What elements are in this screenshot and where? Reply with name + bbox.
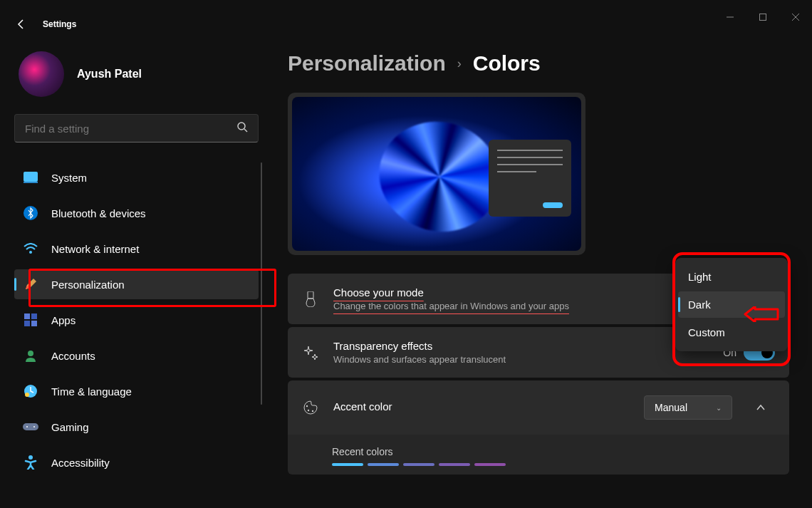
sidebar-item-label: Apps [51, 314, 76, 326]
sidebar-item-label: Time & language [51, 385, 132, 398]
bluetooth-icon [23, 205, 38, 221]
user-profile[interactable]: Ayush Patel [14, 51, 264, 97]
search-input[interactable] [25, 123, 236, 135]
sidebar-item-accounts[interactable]: Accounts [14, 341, 259, 370]
accent-mode-dropdown[interactable]: Manual ⌄ [644, 395, 732, 420]
color-swatch[interactable] [403, 463, 434, 466]
recent-colors-label: Recent colors [288, 435, 789, 463]
sidebar-item-time[interactable]: Time & language [14, 376, 259, 406]
svg-rect-0 [760, 14, 766, 21]
card-subtitle: Windows and surfaces appear translucent [333, 354, 723, 365]
sidebar-item-label: Accessibility [51, 457, 110, 469]
gamepad-icon [23, 419, 38, 435]
sidebar-item-label: Accounts [51, 350, 95, 362]
dropdown-value: Manual [655, 402, 687, 413]
menu-item-dark[interactable]: Dark [678, 291, 785, 318]
svg-rect-13 [23, 423, 38, 430]
svg-rect-2 [24, 172, 38, 182]
sidebar-item-label: System [51, 172, 87, 184]
sidebar-item-label: Personalization [51, 279, 125, 291]
back-button[interactable] [14, 17, 28, 31]
sidebar-item-accessibility[interactable]: Accessibility [14, 447, 259, 477]
svg-point-12 [25, 393, 29, 397]
user-name: Ayush Patel [77, 68, 142, 81]
svg-rect-17 [308, 291, 313, 299]
accessibility-icon [23, 455, 38, 470]
svg-rect-8 [24, 321, 30, 326]
sidebar-item-label: Bluetooth & devices [51, 207, 146, 219]
svg-point-10 [28, 351, 33, 356]
maximize-button[interactable] [746, 6, 779, 28]
search-icon [236, 121, 248, 135]
sidebar-item-bluetooth[interactable]: Bluetooth & devices [14, 198, 259, 228]
system-icon [23, 170, 38, 185]
accent-color-card[interactable]: Accent color Manual ⌄ [288, 380, 789, 435]
card-title: Accent color [333, 400, 644, 413]
paintbrush-icon [23, 276, 38, 292]
color-swatch[interactable] [368, 463, 399, 466]
sidebar-item-gaming[interactable]: Gaming [14, 412, 259, 442]
wifi-icon [23, 241, 38, 256]
breadcrumb-parent[interactable]: Personalization [288, 51, 446, 76]
mode-dropdown-menu: Light Dark Custom [675, 258, 788, 351]
svg-point-16 [28, 455, 33, 460]
apps-icon [23, 312, 38, 328]
person-icon [23, 348, 38, 363]
desktop-preview [288, 93, 585, 255]
color-swatch[interactable] [439, 463, 470, 466]
collapse-button[interactable] [746, 393, 775, 422]
svg-point-15 [33, 426, 35, 427]
svg-point-14 [26, 426, 28, 427]
breadcrumb: Personalization › Colors [288, 51, 789, 76]
color-swatch[interactable] [474, 463, 506, 466]
svg-point-18 [306, 405, 308, 407]
svg-point-5 [29, 251, 32, 254]
sidebar-item-apps[interactable]: Apps [14, 305, 259, 335]
svg-point-20 [312, 410, 313, 412]
palette-icon [302, 399, 319, 416]
color-swatch[interactable] [332, 463, 363, 466]
sidebar-item-system[interactable]: System [14, 162, 259, 192]
sidebar-scrollbar[interactable] [261, 162, 262, 405]
app-title: Settings [43, 19, 76, 29]
svg-point-19 [308, 410, 309, 411]
svg-point-1 [238, 123, 245, 130]
menu-item-custom[interactable]: Custom [678, 319, 785, 346]
card-title: Transparency effects [333, 340, 723, 352]
sidebar-item-label: Network & internet [51, 243, 139, 255]
sparkle-icon [302, 344, 319, 361]
sidebar-item-network[interactable]: Network & internet [14, 234, 259, 264]
page-title: Colors [473, 51, 541, 76]
minimize-button[interactable] [714, 6, 746, 28]
sidebar-item-label: Gaming [51, 421, 89, 433]
avatar [19, 51, 64, 97]
chevron-down-icon: ⌄ [716, 404, 722, 412]
clock-icon [23, 383, 38, 399]
svg-rect-6 [24, 313, 30, 319]
sidebar-item-personalization[interactable]: Personalization [14, 269, 259, 299]
svg-rect-3 [24, 182, 38, 183]
menu-item-light[interactable]: Light [678, 264, 785, 290]
recent-colors-row [288, 463, 789, 466]
close-button[interactable] [779, 6, 812, 28]
chevron-right-icon: › [457, 56, 462, 71]
brush-icon [302, 291, 319, 308]
preview-window [489, 140, 571, 217]
svg-rect-9 [31, 321, 37, 326]
svg-rect-7 [31, 313, 37, 319]
search-box[interactable] [14, 114, 259, 142]
